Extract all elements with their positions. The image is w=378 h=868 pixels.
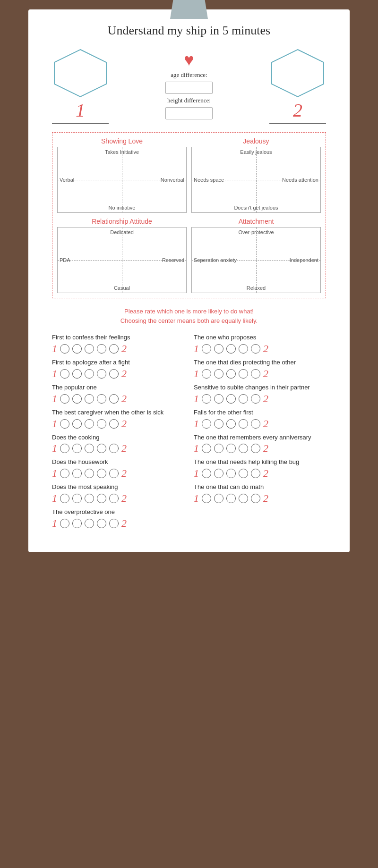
rating-label-overprotective: The overprotective one	[52, 508, 184, 516]
radio-anniversary-5[interactable]	[251, 444, 260, 453]
radio-cooking-4[interactable]	[97, 444, 106, 453]
radio-housework-3[interactable]	[85, 469, 94, 478]
num1-caregiver: 1	[52, 419, 57, 429]
radio-speaking-2[interactable]	[72, 494, 82, 503]
quadrant-2-title: Jealousy	[243, 137, 269, 145]
radio-confess-3[interactable]	[85, 344, 94, 354]
radio-popular-2[interactable]	[72, 394, 82, 404]
rating-item-proposes: The one who proposes 1 2	[194, 334, 326, 354]
radio-proposes-2[interactable]	[214, 344, 223, 354]
rating-label-caregiver: The best caregiver when the other is sic…	[52, 409, 184, 417]
radio-confess-5[interactable]	[109, 344, 119, 354]
radio-speaking-1[interactable]	[60, 494, 69, 503]
radio-dies-1[interactable]	[202, 369, 211, 379]
radio-housework-4[interactable]	[97, 469, 106, 478]
char-1-number: 1	[76, 99, 85, 121]
radio-anniversary-4[interactable]	[239, 444, 248, 453]
radio-math-4[interactable]	[239, 494, 248, 503]
radio-confess-1[interactable]	[60, 344, 69, 354]
radio-popular-5[interactable]	[109, 394, 119, 404]
radio-proposes-5[interactable]	[251, 344, 260, 354]
q3-right: Reserved	[162, 257, 184, 263]
height-diff-input[interactable]	[165, 107, 213, 119]
radio-popular-3[interactable]	[85, 394, 94, 404]
radio-falls-1[interactable]	[202, 419, 211, 429]
radio-dies-2[interactable]	[214, 369, 223, 379]
radio-dies-3[interactable]	[226, 369, 236, 379]
radio-confess-4[interactable]	[97, 344, 106, 354]
radio-overprotective-1[interactable]	[60, 519, 69, 528]
radio-row-proposes: 1 2	[194, 344, 326, 354]
radio-dies-5[interactable]	[251, 369, 260, 379]
radio-math-5[interactable]	[251, 494, 260, 503]
rating-label-apologize: First to apologze after a fight	[52, 359, 184, 367]
radio-sensitive-1[interactable]	[202, 394, 211, 404]
radio-falls-5[interactable]	[251, 419, 260, 429]
radio-row-apologize: 1 2	[52, 369, 184, 379]
radio-caregiver-3[interactable]	[85, 419, 94, 429]
radio-caregiver-4[interactable]	[97, 419, 106, 429]
radio-kill-bug-2[interactable]	[214, 469, 223, 478]
rating-item-anniversary: The one that remembers every anniversary…	[194, 434, 326, 454]
radio-proposes-3[interactable]	[226, 344, 236, 354]
radio-kill-bug-5[interactable]	[251, 469, 260, 478]
radio-housework-1[interactable]	[60, 469, 69, 478]
radio-caregiver-1[interactable]	[60, 419, 69, 429]
rating-label-confess: First to confess their feelings	[52, 334, 184, 342]
radio-speaking-3[interactable]	[85, 494, 94, 503]
radio-kill-bug-1[interactable]	[202, 469, 211, 478]
radio-cooking-2[interactable]	[72, 444, 82, 453]
radio-apologize-2[interactable]	[72, 369, 82, 379]
radio-proposes-1[interactable]	[202, 344, 211, 354]
radio-dies-4[interactable]	[239, 369, 248, 379]
radio-apologize-1[interactable]	[60, 369, 69, 379]
radio-anniversary-1[interactable]	[202, 444, 211, 453]
radio-kill-bug-4[interactable]	[239, 469, 248, 478]
char-2-underline	[269, 123, 326, 124]
radio-overprotective-2[interactable]	[72, 519, 82, 528]
radio-popular-4[interactable]	[97, 394, 106, 404]
radio-cooking-1[interactable]	[60, 444, 69, 453]
radio-apologize-3[interactable]	[85, 369, 94, 379]
radio-falls-3[interactable]	[226, 419, 236, 429]
character-1-hexagon	[52, 47, 109, 99]
radio-popular-1[interactable]	[60, 394, 69, 404]
rating-label-popular: The popular one	[52, 384, 184, 392]
radio-cooking-3[interactable]	[85, 444, 94, 453]
rating-label-sensitive: Sensitive to sublte changes in their par…	[194, 384, 326, 392]
radio-falls-2[interactable]	[214, 419, 223, 429]
radio-confess-2[interactable]	[72, 344, 82, 354]
radio-math-1[interactable]	[202, 494, 211, 503]
radio-math-3[interactable]	[226, 494, 236, 503]
radio-cooking-5[interactable]	[109, 444, 119, 453]
q4-top: Over-protective	[238, 229, 274, 235]
radio-proposes-4[interactable]	[239, 344, 248, 354]
radio-overprotective-4[interactable]	[97, 519, 106, 528]
radio-kill-bug-3[interactable]	[226, 469, 236, 478]
radio-apologize-4[interactable]	[97, 369, 106, 379]
radio-housework-5[interactable]	[109, 469, 119, 478]
rating-left-col: First to confess their feelings 1 2 Firs…	[52, 334, 184, 533]
num1-falls-first: 1	[194, 419, 199, 429]
radio-anniversary-3[interactable]	[226, 444, 236, 453]
radio-sensitive-4[interactable]	[239, 394, 248, 404]
radio-apologize-5[interactable]	[109, 369, 119, 379]
radio-overprotective-3[interactable]	[85, 519, 94, 528]
radio-anniversary-2[interactable]	[214, 444, 223, 453]
radio-sensitive-3[interactable]	[226, 394, 236, 404]
num1-confess: 1	[52, 344, 57, 354]
radio-speaking-4[interactable]	[97, 494, 106, 503]
radio-math-2[interactable]	[214, 494, 223, 503]
radio-caregiver-2[interactable]	[72, 419, 82, 429]
radio-caregiver-5[interactable]	[109, 419, 119, 429]
rating-item-math: The one that can do math 1 2	[194, 483, 326, 504]
radio-sensitive-5[interactable]	[251, 394, 260, 404]
radio-housework-2[interactable]	[72, 469, 82, 478]
age-diff-input[interactable]	[165, 82, 213, 94]
radio-sensitive-2[interactable]	[214, 394, 223, 404]
num2-housework: 2	[121, 468, 127, 479]
radio-speaking-5[interactable]	[109, 494, 119, 503]
radio-falls-4[interactable]	[239, 419, 248, 429]
rating-item-sensitive: Sensitive to sublte changes in their par…	[194, 384, 326, 404]
radio-overprotective-5[interactable]	[109, 519, 119, 528]
